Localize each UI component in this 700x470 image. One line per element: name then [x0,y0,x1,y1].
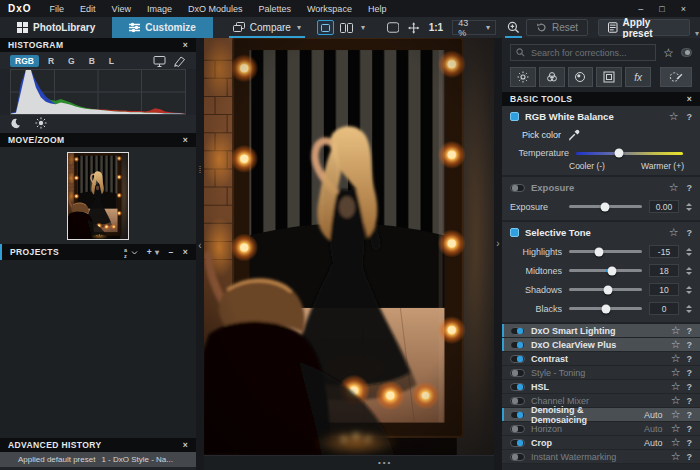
compare-dropdown-icon[interactable]: ▾ [297,23,301,32]
white-balance-help-icon[interactable]: ? [687,112,693,122]
advanced-history-close-icon[interactable]: × [183,440,188,450]
exposure-slider[interactable] [569,205,642,208]
single-view-button[interactable] [317,20,334,35]
tab-customize[interactable]: Customize [112,17,213,38]
tool-help-icon[interactable]: ? [687,396,693,406]
channel-button-g[interactable]: G [63,55,80,67]
remove-project-button[interactable]: – [168,247,173,257]
tool-help-icon[interactable]: ? [687,382,693,392]
tool-favorite-star-icon[interactable]: ☆ [671,422,681,435]
tool-help-icon[interactable]: ? [687,354,693,364]
menu-dxo-modules[interactable]: DxO Modules [180,3,251,15]
zoom-1to1-button[interactable]: 1:1 [429,22,443,33]
shadow-clipping-moon-icon[interactable] [10,118,21,129]
photo-viewport[interactable] [204,38,494,455]
split-view-button[interactable] [338,20,355,35]
blacks-slider[interactable] [569,307,642,310]
sort-az-icon[interactable]: a z [124,247,138,258]
compare-button[interactable]: Compare ▾ [229,17,305,38]
highlights-stepper[interactable] [686,248,692,256]
tool-favorite-star-icon[interactable]: ☆ [671,380,681,393]
tool-help-icon[interactable]: ? [687,452,693,462]
toolbar-overflow-icon[interactable]: ▾ [695,29,699,38]
blacks-slider-handle[interactable] [601,304,610,313]
collapse-right-panel-icon[interactable]: › [496,238,499,249]
eyedropper-icon[interactable] [568,128,582,141]
tool-favorite-star-icon[interactable]: ☆ [671,436,681,449]
close-button[interactable]: × [681,4,686,14]
fit-screen-icon[interactable] [387,22,399,33]
menu-help[interactable]: Help [360,3,395,15]
tool-help-icon[interactable]: ? [687,438,693,448]
tool-toggle[interactable] [510,397,525,405]
highlights-slider-handle[interactable] [594,247,603,256]
basic-tools-close-icon[interactable]: × [687,94,692,104]
geometry-category-button[interactable] [596,67,622,87]
local-adjustments-button[interactable] [660,67,692,87]
blacks-stepper[interactable] [686,305,692,313]
menu-file[interactable]: File [42,3,73,15]
menu-image[interactable]: Image [139,3,180,15]
favorites-filter-star-icon[interactable]: ☆ [663,46,674,60]
shadows-slider[interactable] [569,288,642,291]
tool-row-crop[interactable]: CropAuto☆? [502,436,700,450]
filmstrip-splitter[interactable]: ••• [204,455,494,470]
exposure-stepper[interactable] [686,203,692,211]
menu-workspace[interactable]: Workspace [299,3,360,15]
tool-toggle[interactable] [510,355,525,363]
tool-row-dxo-smart-lighting[interactable]: DxO Smart Lighting☆? [502,324,700,338]
tool-toggle[interactable] [510,425,525,433]
exposure-toggle[interactable] [510,184,525,192]
detail-category-button[interactable] [568,67,594,87]
exposure-help-icon[interactable]: ? [687,183,693,193]
tool-toggle[interactable] [510,453,525,461]
maximize-button[interactable]: □ [659,4,664,14]
channel-button-r[interactable]: R [43,55,59,67]
collapse-left-panel-icon[interactable]: ‹ [198,240,201,251]
projects-body[interactable] [0,260,196,438]
shadows-slider-handle[interactable] [604,285,613,294]
midtones-value[interactable]: 18 [649,264,679,277]
tool-toggle[interactable] [510,341,525,349]
zoom-in-button[interactable] [505,17,522,38]
tool-row-instant-watermarking[interactable]: Instant Watermarking☆? [502,450,700,464]
apply-preset-button[interactable]: Apply preset [598,19,690,36]
tool-row-denoising-demosaicing[interactable]: Denoising & DemosaicingAuto☆? [502,408,700,422]
channel-button-b[interactable]: B [84,55,100,67]
tool-help-icon[interactable]: ? [687,326,693,336]
white-balance-checkbox[interactable] [510,112,519,121]
light-category-button[interactable] [510,67,536,87]
highlight-clipping-sun-icon[interactable] [35,117,47,129]
tool-row-dxo-clearview-plus[interactable]: DxO ClearView Plus☆? [502,338,700,352]
shadows-value[interactable]: 10 [649,283,679,296]
movezoom-close-icon[interactable]: × [183,135,188,145]
menu-view[interactable]: View [104,3,139,15]
exposure-slider-handle[interactable] [600,202,609,211]
tool-help-icon[interactable]: ? [687,368,693,378]
midtones-slider-handle[interactable] [608,266,617,275]
projects-close-icon[interactable]: × [183,247,188,257]
white-balance-favorite-star-icon[interactable]: ☆ [669,110,679,123]
add-project-button[interactable]: +▾ [147,247,160,257]
midtones-slider[interactable] [569,269,642,272]
selective-tone-help-icon[interactable]: ? [687,228,693,238]
movezoom-thumbnail[interactable] [67,152,129,240]
tool-toggle[interactable] [510,327,525,335]
search-box[interactable] [510,44,656,61]
right-splitter[interactable]: › [494,38,502,470]
tool-favorite-star-icon[interactable]: ☆ [671,352,681,365]
left-splitter[interactable]: ⁞ ‹ [196,38,204,470]
effects-category-button[interactable]: fx [625,67,651,87]
shadows-stepper[interactable] [686,286,692,294]
selective-tone-checkbox[interactable] [510,228,519,237]
exposure-value[interactable]: 0.00 [649,200,679,213]
menu-palettes[interactable]: Palettes [251,3,300,15]
histogram-close-icon[interactable]: × [183,40,188,50]
zoom-level-select[interactable]: 43 % ▾ [452,20,496,35]
search-corrections-input[interactable] [529,47,650,59]
tool-favorite-star-icon[interactable]: ☆ [671,324,681,337]
reset-button[interactable]: Reset [526,19,588,36]
temperature-slider[interactable] [576,152,683,155]
highlights-value[interactable]: -15 [649,245,679,258]
highlights-slider[interactable] [569,250,642,253]
